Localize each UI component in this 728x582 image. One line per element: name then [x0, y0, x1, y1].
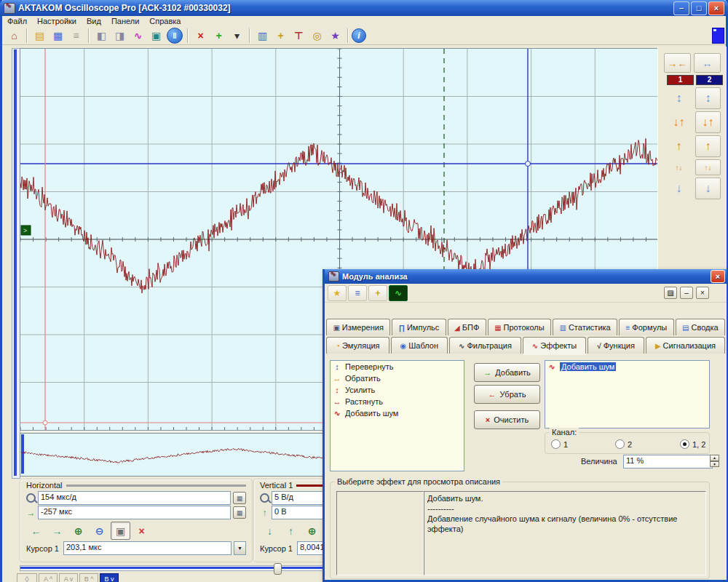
menu-item-3[interactable]: Панели	[106, 17, 144, 25]
cursor-button-3[interactable]: B v	[100, 573, 119, 582]
zoom-reset-button[interactable]: ×	[132, 522, 151, 540]
zoom-in-button[interactable]: ⊕	[68, 522, 88, 540]
zoom-out-button[interactable]: ⊖	[90, 522, 109, 540]
pan-right-button[interactable]: →	[47, 522, 67, 540]
scope-screen-icon[interactable]: ∿	[389, 285, 408, 301]
tools-icon[interactable]: ⊤	[290, 27, 308, 44]
copy-data-icon[interactable]: ◨	[111, 27, 129, 44]
tab-signalizatsiya[interactable]: ▶Сигнализация	[646, 337, 725, 354]
zoom-in-button[interactable]: ⊕	[302, 522, 322, 540]
title-bar[interactable]: AKTAKOM Oscilloscope Pro [АСК-3102 #0033…	[0, 0, 728, 16]
effect-item[interactable]: ↔Растянуть	[331, 396, 464, 407]
display-mode-icon[interactable]: ▣	[147, 27, 165, 44]
open-folder-icon[interactable]: ▤	[31, 27, 49, 44]
wizard-icon[interactable]: ★	[326, 27, 344, 44]
slider-thumb[interactable]	[274, 563, 282, 575]
magnitude-spinner[interactable]: ▲▼	[710, 455, 719, 467]
eraser-icon[interactable]: ◊	[17, 573, 37, 582]
compress-horizontal-button[interactable]: →←	[664, 53, 691, 73]
save-icon[interactable]: ▦	[49, 27, 67, 44]
tab-emulyatsiya[interactable]: ◔Эмуляция	[326, 337, 389, 354]
shift-down-button-ch2[interactable]: ↓	[695, 178, 721, 199]
cursor-button-0[interactable]: A ^	[39, 573, 58, 582]
channel-radio-1[interactable]: 2	[615, 439, 632, 449]
horizontal-scale-field[interactable]: 154 мкс/д	[38, 491, 231, 505]
add-effect-button[interactable]: → Добавить	[474, 363, 540, 382]
tab-impuls[interactable]: ∏Импульс	[392, 319, 446, 335]
shift-up-button-ch2[interactable]: ↑	[695, 135, 721, 157]
close-panel-button[interactable]: ×	[696, 287, 709, 299]
available-effects-list[interactable]: ↕Перевернуть↔Обратить↕Усилить↔Растянуть∿…	[330, 360, 464, 471]
maximize-button[interactable]: □	[691, 1, 707, 15]
cursor-button-2[interactable]: B ^	[79, 573, 98, 582]
minimize-button[interactable]: –	[680, 287, 693, 299]
dialog-title-bar[interactable]: Модуль анализа ×	[325, 269, 727, 284]
shift-down-button-ch1[interactable]: ↓	[666, 178, 692, 199]
compress-vertical-button-ch2[interactable]: ↓↑	[695, 111, 721, 133]
add-view-icon[interactable]: +	[210, 27, 228, 44]
cursor-button-1[interactable]: A v	[59, 573, 78, 582]
expand-horizontal-button[interactable]: ↔	[694, 53, 721, 73]
remove-effect-button[interactable]: ← Убрать	[474, 385, 540, 404]
effect-item[interactable]: ∿Добавить шум	[545, 361, 709, 372]
measure-cross-icon[interactable]: +	[368, 285, 387, 301]
expand-vertical-button-ch1[interactable]: ↕	[666, 87, 692, 109]
close-button[interactable]: ×	[708, 1, 724, 15]
tab-effekty[interactable]: ∿Эффекты	[523, 337, 586, 354]
effect-item[interactable]: ∿Добавить шум	[331, 407, 464, 419]
cursor-dropdown-button[interactable]: ▼	[234, 541, 246, 555]
scale-manual-input-button[interactable]: ▦	[233, 492, 246, 504]
menu-item-4[interactable]: Справка	[144, 17, 186, 25]
offset-manual-input-button[interactable]: ▦	[233, 506, 246, 519]
print-icon[interactable]: ≡	[67, 27, 85, 44]
effect-item[interactable]: ↔Обратить	[331, 372, 464, 384]
tab-izmereniya[interactable]: ▣Измерения	[326, 319, 390, 335]
clear-effects-button[interactable]: × Очистить	[474, 410, 540, 429]
magnitude-field[interactable]: 11 %	[623, 455, 713, 469]
shift-up-button-ch1[interactable]: ↑	[666, 135, 692, 157]
notebook-icon[interactable]: ▥	[253, 27, 272, 44]
fine-shift-button-ch2[interactable]: ↑↓	[695, 159, 721, 175]
info-book-icon[interactable]: ≡	[348, 285, 367, 301]
spin-down-icon[interactable]: ▼	[710, 461, 719, 468]
shift-down-button[interactable]: ↓	[260, 522, 280, 540]
spin-up-icon[interactable]: ▲	[710, 455, 719, 461]
tab-shablon[interactable]: ◉Шаблон	[391, 337, 448, 354]
search-icon[interactable]: ◎	[308, 27, 326, 44]
shift-up-button[interactable]: ↑	[281, 522, 301, 540]
info-button[interactable]: i	[352, 28, 366, 43]
fine-shift-button-ch1[interactable]: ↑↓	[666, 159, 692, 175]
expand-vertical-button-ch2[interactable]: ↕	[695, 87, 721, 109]
dialog-close-button[interactable]: ×	[711, 270, 725, 283]
pan-left-button[interactable]: ←	[26, 522, 46, 540]
tab-formuly[interactable]: ≡Формулы	[619, 319, 674, 335]
zoom-window-button[interactable]: ▣	[111, 522, 130, 540]
exit-icon[interactable]: ⌂	[5, 27, 23, 44]
effect-item[interactable]: ↕Перевернуть	[331, 361, 464, 372]
copy-screen-icon[interactable]: ◧	[92, 27, 111, 44]
horizontal-cursor-field[interactable]: 203,1 мкс	[63, 541, 232, 555]
channel-radio-0[interactable]: 1	[551, 439, 568, 449]
tab-filtratsiya[interactable]: ∿Фильтрация	[449, 337, 521, 354]
tab-svodka[interactable]: ▤Сводка	[676, 319, 725, 335]
pause-button[interactable]: ‖	[167, 28, 183, 44]
dropdown-arrow-icon[interactable]: ▾	[228, 27, 246, 44]
horizontal-offset-field[interactable]: -257 мкс	[38, 506, 231, 519]
tab-bpf[interactable]: ◢БПФ	[448, 319, 486, 335]
export-button[interactable]: ▨	[664, 287, 677, 299]
tab-funktsiya[interactable]: √Функция	[587, 337, 644, 354]
effect-item[interactable]: ↕Усилить	[331, 384, 464, 396]
close-view-icon[interactable]: ×	[191, 27, 210, 44]
channel-radio-2[interactable]: 1, 2	[680, 439, 705, 449]
favorites-icon[interactable]: ★	[328, 285, 347, 301]
menu-item-1[interactable]: Настройки	[32, 17, 82, 25]
measurements-icon[interactable]: +	[272, 27, 290, 44]
generator-icon[interactable]: ∿	[129, 27, 147, 44]
compress-vertical-button-ch1[interactable]: ↓↑	[666, 111, 692, 133]
tab-protokoly[interactable]: ▦Протоколы	[488, 319, 551, 335]
menu-item-2[interactable]: Вид	[82, 17, 106, 25]
menu-item-0[interactable]: Файл	[2, 17, 32, 25]
tab-statistika[interactable]: ▥Статистика	[553, 319, 617, 335]
applied-effects-list[interactable]: ∿Добавить шум	[545, 360, 710, 428]
minimize-button[interactable]: –	[673, 1, 689, 15]
